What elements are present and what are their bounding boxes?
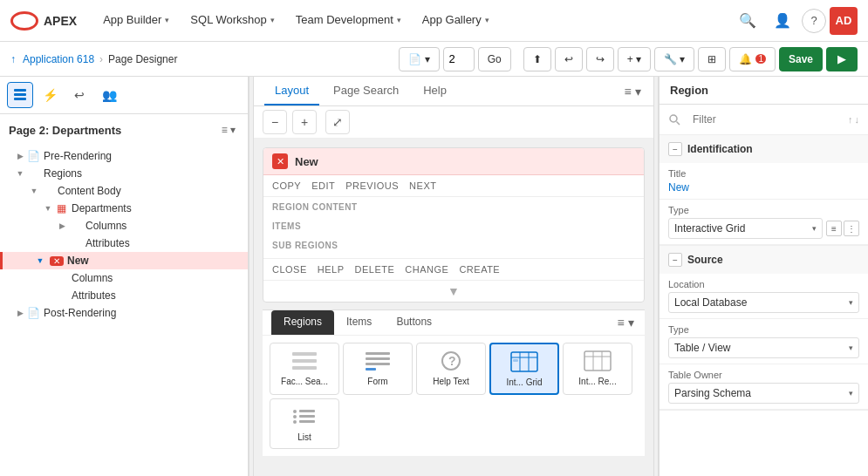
tab-help[interactable]: Help [413, 77, 457, 105]
right-filter-input[interactable] [686, 110, 843, 129]
tree-item-pre-rendering[interactable]: ▶ 📄 Pre-Rendering [0, 147, 248, 165]
tree-item-departments-attributes[interactable]: Attributes [0, 235, 248, 252]
expand-pre-rendering[interactable]: ▶ [14, 152, 26, 160]
tree-item-new-attributes[interactable]: Attributes [0, 287, 248, 304]
zoom-out-btn[interactable]: − [263, 110, 287, 134]
expand-content-body[interactable]: ▼ [28, 187, 40, 195]
expand-departments[interactable]: ▼ [42, 204, 54, 213]
go-button[interactable]: Go [478, 47, 511, 71]
grid-button[interactable]: ⊞ [698, 47, 726, 71]
region-action-close[interactable]: CLOSE [272, 264, 307, 275]
save-button[interactable]: Save [779, 47, 823, 71]
page-title-label[interactable]: Page 2: Departments [9, 124, 121, 137]
region-content-label[interactable]: REGION CONTENT [272, 202, 358, 212]
region-action-copy[interactable]: COPY [272, 180, 301, 191]
search-icon-btn[interactable]: 🔍 [732, 5, 763, 37]
source-type-select[interactable]: Table / View ▾ [668, 337, 859, 358]
page-number-input[interactable] [443, 47, 475, 71]
tree-item-new-columns[interactable]: Columns [0, 269, 248, 287]
tree-item-new[interactable]: ▼ ✕ New [0, 252, 248, 269]
wrench-button[interactable]: 🔧 ▾ [654, 47, 694, 71]
svg-rect-5 [292, 366, 317, 370]
svg-rect-22 [299, 410, 315, 412]
processing-icon[interactable]: ⚡ [37, 82, 63, 108]
help-icon-btn[interactable]: ? [802, 9, 826, 33]
tree-item-regions[interactable]: ▼ Regions [0, 165, 248, 182]
fullscreen-btn[interactable]: ⤢ [325, 110, 350, 134]
region-sub-regions-label[interactable]: SUB REGIONS [272, 241, 338, 250]
svg-rect-9 [366, 368, 376, 371]
identification-toggle[interactable]: − [668, 142, 682, 156]
gallery-item-interactive-grid[interactable]: Int... Grid [489, 343, 559, 395]
page-tree-icon[interactable] [7, 82, 33, 108]
expand-regions[interactable]: ▼ [14, 169, 26, 178]
region-action-previous[interactable]: PREVIOUS [345, 180, 399, 191]
utilities-icon[interactable]: 👥 [96, 82, 122, 108]
gallery-tab-regions[interactable]: Regions [271, 310, 334, 335]
region-action-next[interactable]: NEXT [409, 180, 436, 191]
breadcrumb-app[interactable]: Application 618 [23, 53, 94, 65]
nav-sql-workshop[interactable]: SQL Workshop ▾ [181, 0, 283, 42]
undo-button[interactable]: ↩ [555, 47, 583, 71]
region-x-btn[interactable]: ✕ [272, 153, 288, 169]
tree-menu-btn[interactable]: ≡ ▾ [218, 119, 239, 140]
gallery-menu-btn[interactable]: ≡ ▾ [615, 312, 636, 333]
tree-item-content-body[interactable]: ▼ Content Body [0, 182, 248, 200]
top-navigation: APEX App Builder ▾ SQL Workshop ▾ Team D… [0, 0, 868, 42]
region-action-change[interactable]: CHANGE [405, 264, 448, 275]
center-toolbar: − + ⤢ [254, 106, 653, 139]
type-field-label: Type [668, 205, 859, 215]
region-block-new: ✕ New COPY EDIT PREVIOUS NEXT REGION CON… [263, 147, 645, 303]
add-button[interactable]: + ▾ [618, 47, 651, 71]
table-owner-select[interactable]: Parsing Schema ▾ [668, 383, 859, 404]
filter-nav-down[interactable]: ↓ [855, 114, 860, 125]
region-action-delete[interactable]: DELETE [355, 264, 395, 275]
center-menu-btn[interactable]: ≡ ▾ [622, 81, 643, 102]
identification-section-header[interactable]: − Identification [660, 135, 868, 163]
zoom-in-btn[interactable]: + [292, 110, 317, 134]
user-avatar[interactable]: AD [830, 7, 858, 35]
type-edit-icon[interactable]: ≡ [826, 221, 842, 236]
filter-nav-up[interactable]: ↑ [848, 114, 853, 125]
gallery-item-list[interactable]: List [270, 398, 339, 449]
region-actions-row2: CLOSE HELP DELETE CHANGE CREATE [263, 258, 644, 281]
region-action-help[interactable]: HELP [318, 264, 345, 275]
type-field-row: Interactive Grid ▾ ≡ ⋮ [668, 218, 859, 239]
region-action-create[interactable]: CREATE [459, 264, 500, 275]
user-icon-btn[interactable]: 👤 [767, 5, 798, 37]
nav-app-gallery[interactable]: App Gallery ▾ [413, 0, 498, 42]
tab-page-search[interactable]: Page Search [323, 77, 409, 105]
gallery-item-faceted-search[interactable]: Fac... Sea... [270, 343, 339, 395]
type-more-icon[interactable]: ⋮ [844, 221, 859, 236]
gallery-tab-items[interactable]: Items [334, 310, 384, 335]
gallery-item-help-text[interactable]: ? Help Text [416, 343, 486, 395]
gallery-tab-buttons[interactable]: Buttons [384, 310, 444, 335]
tree-item-departments-columns[interactable]: ▶ Columns [0, 217, 248, 235]
expand-post-rendering[interactable]: ▶ [14, 309, 26, 317]
region-items-label[interactable]: ITEMS [272, 221, 301, 231]
gallery-item-interactive-report[interactable]: Int... Re... [563, 343, 632, 395]
page-nav-dropdown[interactable]: 📄 ▾ [399, 47, 439, 71]
source-section-header[interactable]: − Source [660, 246, 868, 274]
redo-button[interactable]: ↪ [586, 47, 614, 71]
table-owner-label: Table Owner [668, 370, 859, 380]
new-x-badge[interactable]: ✕ [50, 256, 64, 266]
expand-dept-columns[interactable]: ▶ [56, 221, 68, 230]
notification-button[interactable]: 🔔 1 [729, 47, 776, 71]
source-toggle[interactable]: − [668, 253, 682, 267]
nav-app-builder[interactable]: App Builder ▾ [94, 0, 178, 42]
expand-new[interactable]: ▼ [34, 256, 46, 265]
shared-components-icon[interactable]: ↩ [66, 82, 92, 108]
upload-button[interactable]: ⬆ [523, 47, 551, 71]
region-action-edit[interactable]: EDIT [311, 180, 335, 191]
type-field-select[interactable]: Interactive Grid ▾ [668, 218, 823, 239]
location-field-select[interactable]: Local Database ▾ [668, 292, 859, 313]
tree-item-departments[interactable]: ▼ ▦ Departments [0, 200, 248, 217]
filter-search-icon [668, 113, 680, 126]
apex-logo[interactable]: APEX [10, 11, 77, 31]
run-button[interactable]: ▶ [826, 47, 858, 71]
tree-item-post-rendering[interactable]: ▶ 📄 Post-Rendering [0, 304, 248, 322]
tab-layout[interactable]: Layout [264, 77, 319, 105]
gallery-item-form[interactable]: Form [343, 343, 413, 395]
nav-team-development[interactable]: Team Development ▾ [287, 0, 410, 42]
